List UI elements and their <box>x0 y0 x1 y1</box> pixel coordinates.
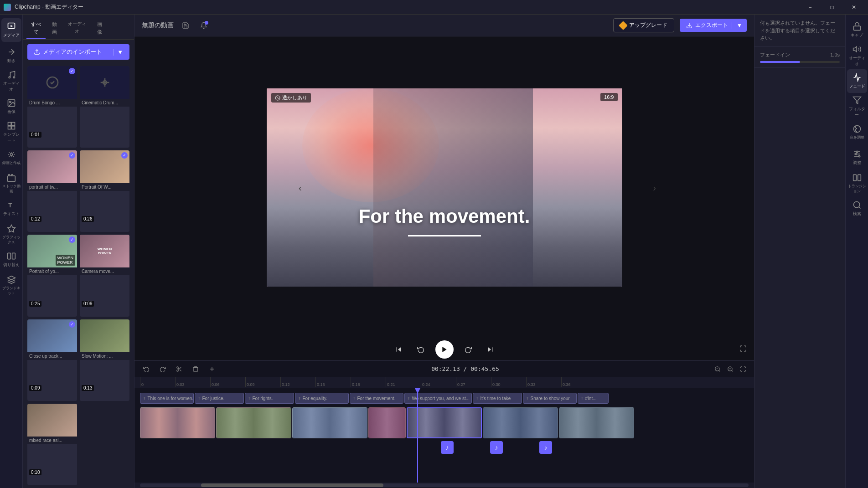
media-item-close-up[interactable]: 0:09 ✓ Close up track... <box>27 319 77 401</box>
right-panel-fade-in[interactable]: フェードイン 1.0s <box>754 47 845 68</box>
minimize-button[interactable]: − <box>800 0 821 15</box>
expand-timeline-button[interactable] <box>738 364 749 375</box>
video-clip-7[interactable] <box>559 407 634 438</box>
text-clip-3[interactable]: T For rights. <box>245 393 294 404</box>
skip-back-button[interactable] <box>392 342 406 357</box>
sidebar-label-media: メディア <box>3 32 20 38</box>
forward-button[interactable] <box>461 342 475 357</box>
right-icon-transition[interactable]: トランジション <box>847 171 867 195</box>
right-icon-adjust[interactable]: 調整 <box>847 146 867 170</box>
text-clip-5[interactable]: T For the movement. <box>350 393 403 404</box>
media-item-drum-bongo[interactable]: 0:01 ✓ Drum Bongo ... <box>27 66 77 148</box>
zoom-in-button[interactable] <box>725 364 736 375</box>
preview-next-arrow[interactable]: › <box>653 182 656 193</box>
import-media-button[interactable]: メディアのインポート ▼ <box>27 44 129 60</box>
playhead[interactable] <box>417 388 418 483</box>
preview-prev-arrow[interactable]: ‹ <box>299 182 302 193</box>
text-clip-8[interactable]: T Share to show your <box>523 393 577 404</box>
svg-rect-6 <box>8 126 11 129</box>
skip-forward-button[interactable] <box>483 342 497 357</box>
fade-in-label: フェードイン <box>760 51 790 58</box>
media-duration: 0:10 <box>29 469 41 475</box>
timeline-scrollbar-thumb[interactable] <box>201 483 384 487</box>
svg-point-8 <box>10 154 12 156</box>
text-clip-4[interactable]: T For equality. <box>295 393 349 404</box>
fade-in-slider[interactable] <box>760 61 840 63</box>
rewind-button[interactable] <box>413 342 428 357</box>
media-item-camera-move[interactable]: WOMENPOWER 0:09 Camera move... <box>80 235 129 316</box>
svg-rect-4 <box>8 122 11 125</box>
fullscreen-button[interactable] <box>739 345 747 354</box>
text-clip-1[interactable]: T This one is for women. <box>140 393 194 404</box>
right-icon-fade[interactable]: フェード <box>847 69 867 93</box>
video-clip-6[interactable] <box>483 407 558 438</box>
undo-button[interactable] <box>140 363 153 375</box>
cut-button[interactable] <box>173 363 186 375</box>
text-clip-6[interactable]: T We support you, and we st... <box>404 393 472 404</box>
add-button[interactable] <box>206 363 218 375</box>
video-clip-4[interactable] <box>368 407 406 438</box>
sidebar-item-audio[interactable]: オーディオ <box>1 69 21 93</box>
tab-all[interactable]: すべ て <box>26 18 46 39</box>
right-icon-audio[interactable]: オーディオ <box>847 44 867 67</box>
media-item-portrait-yo[interactable]: WOMENPOWER 0:25 ✓ Portrait of yo... <box>27 235 77 316</box>
play-button[interactable] <box>435 340 454 359</box>
text-clip-9[interactable]: T #Int... <box>578 393 609 404</box>
close-button[interactable]: ✕ <box>843 0 864 15</box>
sidebar-item-graphics[interactable]: グラフィックス <box>1 222 21 246</box>
timeline-tracks: T This one is for women. T For justice. … <box>134 388 754 459</box>
upgrade-button[interactable]: アップグレード <box>613 18 674 32</box>
sidebar-label-graphics: グラフィックス <box>1 235 21 245</box>
timeline-scrollbar[interactable] <box>140 483 749 487</box>
save-icon[interactable] <box>179 19 192 32</box>
text-clip-2[interactable]: T For justice. <box>195 393 244 404</box>
media-item-mixed-race[interactable]: 0:10 mixed race asi... <box>27 404 77 485</box>
sidebar-item-stock[interactable]: ストック動画 <box>1 171 21 195</box>
redo-button[interactable] <box>156 363 169 375</box>
text-clip-label-5: For the movement. <box>357 396 396 401</box>
music-clip-1[interactable]: ♪ <box>441 441 454 454</box>
time-separator: / <box>464 365 471 372</box>
tab-image[interactable]: 画 像 <box>93 18 107 39</box>
ruler-mark-21: 0:21 <box>386 377 421 387</box>
delete-button[interactable] <box>189 363 202 375</box>
sidebar-item-transition[interactable]: 切り替え <box>1 248 21 272</box>
zoom-controls <box>712 364 749 375</box>
text-clip-7[interactable]: T It's time to take <box>473 393 522 404</box>
right-icon-caption[interactable]: キャプ <box>847 18 867 42</box>
media-item-cinematic[interactable]: Cinematic Drum... <box>80 66 129 148</box>
notifications-icon[interactable] <box>197 19 210 32</box>
sidebar-item-motion[interactable]: 動き <box>1 44 21 67</box>
export-label: エクスポート <box>695 21 732 29</box>
tab-audio[interactable]: オーディ オ <box>63 18 91 39</box>
right-icon-search[interactable]: 検索 <box>847 197 867 221</box>
sidebar-item-record[interactable]: 録画と作成 <box>1 146 21 170</box>
zoom-out-button[interactable] <box>712 364 723 375</box>
sidebar-item-brand[interactable]: ブランドキット <box>1 273 21 297</box>
media-item-portrait-w[interactable]: 0:26 ✓ Portrait Of W... <box>80 150 129 232</box>
import-dropdown-arrow[interactable]: ▼ <box>113 49 123 56</box>
video-clip-3[interactable] <box>292 407 367 438</box>
sidebar-item-template[interactable]: テンプレート <box>1 120 21 144</box>
media-duration: 0:26 <box>82 216 94 222</box>
export-dropdown-arrow[interactable]: ▼ <box>732 22 747 29</box>
ruler-mark-36: 0:36 <box>561 377 596 387</box>
tab-video[interactable]: 動 画 <box>47 18 62 39</box>
music-clip-3[interactable]: ♪ <box>539 441 552 454</box>
maximize-button[interactable]: □ <box>822 0 842 15</box>
sidebar-item-media[interactable]: メディア <box>1 18 21 42</box>
project-title[interactable]: 無題の動画 <box>142 21 174 30</box>
media-item-slow-motion[interactable]: 0:13 Slow Motion: ... <box>80 319 129 401</box>
svg-rect-9 <box>7 175 15 181</box>
music-clip-2[interactable]: ♪ <box>490 441 503 454</box>
right-icon-filter[interactable]: フィルター <box>847 95 867 118</box>
text-clip-label-3: For rights. <box>253 396 273 401</box>
video-clip-1[interactable] <box>140 407 215 438</box>
sidebar-item-image[interactable]: 画像 <box>1 95 21 118</box>
sidebar-item-text[interactable]: T テキスト <box>1 197 21 221</box>
fade-in-slider-fill <box>760 61 800 63</box>
video-clip-2[interactable] <box>216 407 291 438</box>
export-button[interactable]: エクスポート ▼ <box>680 19 747 32</box>
right-icon-color[interactable]: 色を調整 <box>847 120 867 144</box>
media-item-portrait-tw[interactable]: 0:12 ✓ portrait of tw... <box>27 150 77 232</box>
